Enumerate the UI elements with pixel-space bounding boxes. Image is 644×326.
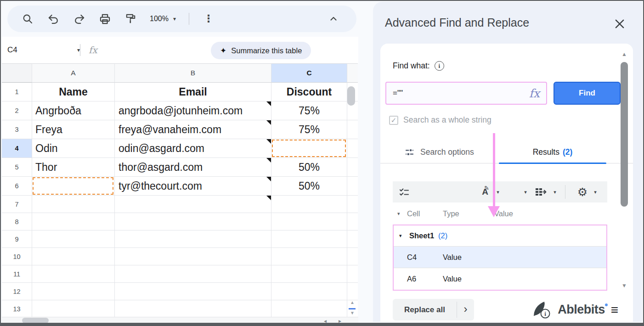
scroll-up-icon[interactable]: ▲	[348, 300, 356, 305]
tab-search-options[interactable]: Search options	[404, 141, 474, 163]
replace-values-icon[interactable]: A ✎	[478, 181, 492, 202]
select-all-corner[interactable]	[2, 63, 32, 83]
more-options-icon[interactable]: ⋮	[202, 12, 215, 25]
whole-string-checkbox-row[interactable]: ✓ Search as a whole string	[389, 115, 491, 125]
cell-a9[interactable]	[32, 230, 115, 248]
name-box[interactable]: C4 ▾	[2, 45, 80, 55]
cell-a11[interactable]	[32, 265, 115, 283]
fx-formula-icon[interactable]: fx	[529, 87, 540, 100]
cell-b6[interactable]: tyr@thecourt.com	[115, 177, 271, 196]
redo-icon[interactable]	[73, 12, 85, 25]
column-header-a[interactable]: A	[32, 63, 115, 83]
cell-a13[interactable]	[32, 300, 115, 318]
cell-c7[interactable]	[271, 196, 347, 213]
cell-c1[interactable]: Discount	[271, 83, 347, 101]
panel-scroll-up-icon[interactable]: ▲	[620, 51, 629, 57]
cell-b7[interactable]	[115, 196, 271, 213]
col-header-type[interactable]: Type	[443, 209, 459, 218]
cell-c10[interactable]	[271, 248, 347, 265]
scroll-down-icon[interactable]: ▼	[348, 310, 356, 315]
replace-all-label[interactable]: Replace all	[393, 299, 457, 320]
find-button[interactable]: Find	[554, 82, 621, 105]
paint-format-icon[interactable]	[124, 12, 137, 25]
cell-c8[interactable]	[271, 213, 347, 230]
cell-c12[interactable]	[271, 283, 347, 300]
vertical-scrollbar-thumb[interactable]	[347, 86, 355, 106]
cell-b2[interactable]: angrboda@jotunheim.com	[115, 101, 271, 120]
cell-b8[interactable]	[115, 213, 271, 230]
cell-a3[interactable]: Freya	[32, 120, 115, 139]
cell-b5[interactable]: thor@asgard.com	[115, 158, 271, 177]
column-header-c[interactable]: C	[271, 63, 347, 83]
cell-c4-found-empty[interactable]	[271, 139, 347, 158]
cell-b3[interactable]: freya@vanaheim.com	[115, 120, 271, 139]
column-header-b[interactable]: B	[115, 63, 271, 83]
collapse-toolbar-icon[interactable]	[327, 12, 340, 25]
results-group-sheet1[interactable]: ▾ Sheet1 (2)	[394, 225, 606, 247]
row-header-4[interactable]: 4	[2, 139, 32, 158]
find-what-input[interactable]: ="" fx	[385, 82, 547, 105]
zoom-control[interactable]: 100% ▾	[150, 15, 176, 23]
cell-a8[interactable]	[32, 213, 115, 230]
row-header-12[interactable]: 12	[2, 283, 32, 300]
select-entries-icon[interactable]	[396, 181, 412, 202]
cell-a1[interactable]: Name	[32, 83, 115, 101]
cell-a5[interactable]: Thor	[32, 158, 115, 177]
cell-b11[interactable]	[115, 265, 271, 283]
row-header-13[interactable]: 13	[2, 300, 32, 318]
cell-a10[interactable]	[32, 248, 115, 265]
row-header-8[interactable]: 8	[2, 213, 32, 230]
print-icon[interactable]	[98, 12, 111, 25]
search-icon[interactable]	[21, 12, 34, 25]
panel-scrollbar-thumb[interactable]	[621, 62, 628, 207]
cell-b10[interactable]	[115, 248, 271, 265]
result-row-a6[interactable]: A6 Value	[394, 268, 606, 290]
cell-c9[interactable]	[271, 230, 347, 248]
cell-c5[interactable]: 50%	[271, 158, 347, 177]
cell-a12[interactable]	[32, 283, 115, 300]
row-header-2[interactable]: 2	[2, 101, 32, 120]
row-header-11[interactable]: 11	[2, 265, 32, 283]
hamburger-menu-icon[interactable]: ≡	[611, 304, 618, 316]
row-header-1[interactable]: 1	[2, 83, 32, 101]
cell-c6[interactable]: 50%	[271, 177, 347, 196]
replace-all-button[interactable]: Replace all ›	[393, 299, 474, 320]
collapse-all-icon[interactable]: ▾	[397, 211, 400, 217]
result-row-c4[interactable]: C4 Value	[394, 247, 606, 268]
cell-c11[interactable]	[271, 265, 347, 283]
tab-results[interactable]: Results (2)	[499, 141, 606, 163]
delete-menu-caret[interactable]: ▾	[522, 181, 529, 202]
row-header-6[interactable]: 6	[2, 177, 32, 196]
group-collapse-icon[interactable]: ▾	[399, 233, 402, 239]
row-header-3[interactable]: 3	[2, 120, 32, 139]
export-results-icon[interactable]	[532, 181, 549, 202]
cell-c2[interactable]: 75%	[271, 101, 347, 120]
cell-a2[interactable]: Angrboða	[32, 101, 115, 120]
summarize-table-button[interactable]: ✦ Summarize this table	[211, 42, 311, 59]
cell-c3[interactable]: 75%	[271, 120, 347, 139]
cell-b4[interactable]: odin@asgard.com	[115, 139, 271, 158]
quill-info-icon[interactable]: i	[531, 301, 552, 319]
row-header-10[interactable]: 10	[2, 248, 32, 265]
export-menu-caret[interactable]: ▾	[552, 181, 558, 202]
col-header-cell[interactable]: Cell	[407, 209, 420, 218]
cell-b9[interactable]	[115, 230, 271, 248]
cell-b13[interactable]	[115, 300, 271, 318]
checkbox-checked-icon[interactable]: ✓	[389, 116, 398, 125]
cell-c13[interactable]	[271, 300, 347, 318]
replace-menu-caret[interactable]: ▾	[495, 181, 501, 202]
replace-all-expand-icon[interactable]: ›	[457, 299, 474, 320]
settings-menu-caret[interactable]: ▾	[592, 181, 599, 202]
cell-a7[interactable]	[32, 196, 115, 213]
cell-b1[interactable]: Email	[115, 83, 271, 101]
cell-a6-found-empty[interactable]	[32, 177, 115, 196]
row-header-7[interactable]: 7	[2, 196, 32, 213]
undo-icon[interactable]	[47, 12, 60, 25]
row-header-5[interactable]: 5	[2, 158, 32, 177]
info-icon[interactable]: i	[435, 61, 444, 71]
close-icon[interactable]	[613, 17, 627, 31]
delete-values-icon[interactable]	[506, 181, 520, 202]
gear-icon[interactable]: ⚙	[575, 181, 590, 202]
cell-b12[interactable]	[115, 283, 271, 300]
panel-scroll-down-icon[interactable]: ▼	[620, 282, 629, 289]
